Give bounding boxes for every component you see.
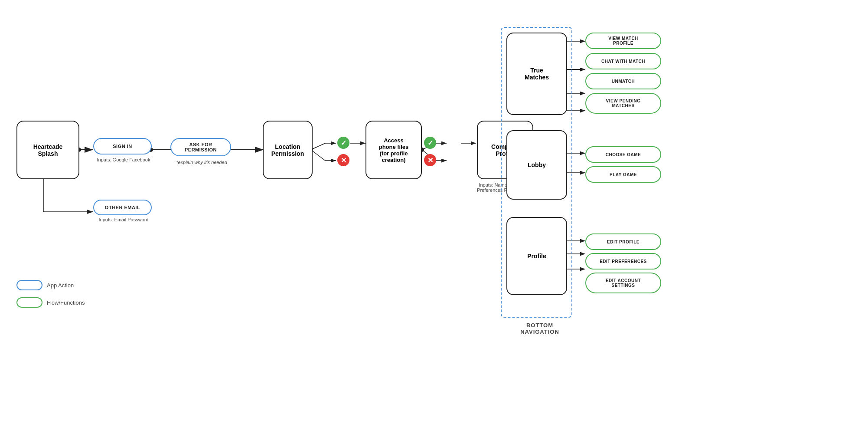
phone-files-label: Access phone files (for profile creation… [379,137,409,163]
phone-check-icon: ✓ [424,137,436,149]
profile-screen: Profile [506,217,567,295]
legend-blue-icon [16,280,42,290]
edit-account-settings-label: EDIT ACCOUNT SETTINGS [606,278,641,288]
location-screen: Location Permission [263,121,313,179]
edit-profile-button[interactable]: EDIT PROFILE [585,233,661,250]
legend-flow-functions: Flow/Functions [16,297,85,308]
true-matches-screen: True Matches [506,33,567,115]
legend-app-action-label: App Action [47,282,74,289]
splash-label: Heartcade Splash [33,143,63,157]
other-email-button[interactable]: OTHER EMAIL [93,200,152,215]
sign-in-inputs-label: Inputs: Google Facebook [95,157,152,162]
choose-game-label: CHOOSE GAME [606,152,641,157]
legend-green-icon [16,297,42,308]
svg-line-13 [311,150,325,161]
phone-x-icon: ✕ [424,154,436,166]
phone-files-screen: Access phone files (for profile creation… [365,121,422,179]
edit-profile-label: EDIT PROFILE [607,240,640,244]
location-x-icon: ✕ [337,154,349,166]
svg-line-11 [311,143,325,150]
ask-permission-label: ASK FOR PERMISSION [185,142,217,152]
edit-account-settings-button[interactable]: EDIT ACCOUNT SETTINGS [585,273,661,293]
other-email-label: OTHER EMAIL [105,205,140,210]
edit-preferences-button[interactable]: EDIT PREFERENCES [585,253,661,270]
splash-screen: Heartcade Splash [16,121,79,179]
profile-label: Profile [527,253,546,260]
true-matches-label: True Matches [525,67,549,81]
view-match-profile-button[interactable]: VIEW MATCH PROFILE [585,33,661,49]
ask-permission-button[interactable]: ASK FOR PERMISSION [170,138,231,156]
edit-preferences-label: EDIT PREFERENCES [600,259,647,264]
view-pending-label: VIEW PENDING MATCHES [606,99,641,108]
sign-in-label: SIGN IN [113,144,132,149]
explain-label: *explain why it's needed [169,160,234,165]
view-pending-button[interactable]: VIEW PENDING MATCHES [585,93,661,114]
location-check-icon: ✓ [337,137,349,149]
unmatch-label: UNMATCH [612,79,635,84]
bottom-navigation-label: BOTTOM NAVIGATION [507,322,572,335]
legend-flow-functions-label: Flow/Functions [47,299,85,306]
view-match-profile-label: VIEW MATCH PROFILE [608,36,638,46]
unmatch-button[interactable]: UNMATCH [585,73,661,89]
email-inputs-label: Inputs: Email Password [95,217,152,222]
location-label: Location Permission [271,143,304,157]
play-game-label: PLAY GAME [610,172,637,177]
play-game-button[interactable]: PLAY GAME [585,166,661,183]
choose-game-button[interactable]: CHOOSE GAME [585,146,661,163]
lobby-screen: Lobby [506,130,567,200]
sign-in-button[interactable]: SIGN IN [93,138,152,154]
chat-with-match-label: CHAT WITH MATCH [601,59,645,64]
chat-with-match-button[interactable]: CHAT WITH MATCH [585,53,661,69]
lobby-label: Lobby [528,161,546,168]
legend-app-action: App Action [16,280,74,290]
